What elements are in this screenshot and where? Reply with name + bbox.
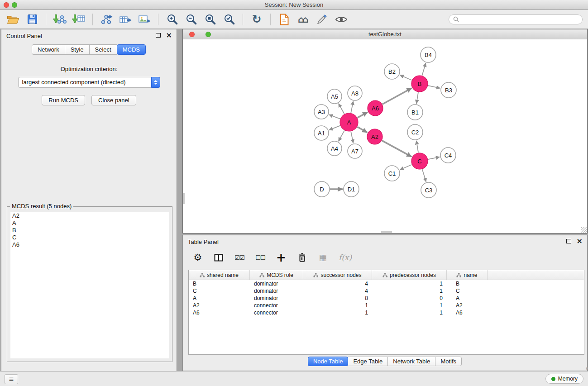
open-document-button[interactable] (276, 12, 292, 27)
node-B4[interactable]: B4 (421, 47, 436, 62)
edge-B-B2[interactable] (400, 75, 411, 81)
zoom-fit-button[interactable] (202, 12, 218, 27)
node-B3[interactable]: B3 (441, 82, 456, 98)
tab-style[interactable]: Style (65, 44, 90, 55)
column-header-MCDS-role[interactable]: MCDS role (250, 270, 303, 280)
tab-network-table[interactable]: Network Table (387, 357, 435, 366)
node-C3[interactable]: C3 (421, 182, 436, 198)
node-C2[interactable]: C2 (407, 124, 423, 140)
table-row[interactable]: Adominator80A (189, 295, 584, 302)
select-all-button[interactable]: ☑☑ (234, 254, 244, 261)
mcds-result-item[interactable]: A (10, 219, 169, 227)
node-B[interactable]: B (411, 76, 428, 92)
function-builder-button[interactable]: f(x) (339, 253, 352, 262)
node-A4[interactable]: A4 (327, 141, 342, 156)
edge-A6-B[interactable] (382, 88, 412, 105)
delete-table-button[interactable]: ▦ ⊖ (318, 253, 328, 262)
edge-A-A8[interactable] (351, 101, 353, 113)
edge-A-A4[interactable] (339, 130, 344, 141)
mcds-result-item[interactable]: C (10, 234, 169, 241)
annotation-button[interactable] (314, 12, 330, 27)
node-C1[interactable]: C1 (384, 166, 400, 181)
tab-select[interactable]: Select (89, 44, 117, 55)
node-B2[interactable]: B2 (384, 64, 400, 79)
search-input[interactable] (461, 16, 578, 23)
minimize-view-button[interactable] (197, 32, 203, 37)
import-network-button[interactable] (52, 12, 68, 27)
show-hide-button[interactable] (333, 12, 349, 27)
node-D1[interactable]: D1 (344, 181, 359, 197)
tab-node-table[interactable]: Node Table (308, 357, 349, 366)
mcds-result-list[interactable]: A2ABCA6 (10, 212, 169, 358)
mcds-result-item[interactable]: B (10, 227, 169, 234)
edge-A-A7[interactable] (351, 132, 353, 143)
node-C4[interactable]: C4 (440, 148, 456, 163)
float-panel-icon[interactable] (566, 239, 571, 243)
edge-A-A5[interactable] (339, 104, 344, 114)
node-A6[interactable]: A6 (368, 100, 383, 116)
edge-C-C1[interactable] (400, 165, 411, 170)
network-canvas[interactable]: B4B2BB3A5A8A6A3B1AC2A1A2A4A7C4CC1DD1C3 (183, 39, 587, 233)
edge-B-B4[interactable] (422, 63, 425, 76)
edge-A-A1[interactable] (329, 126, 340, 130)
network-window-titlebar[interactable]: testGlobe.txt (183, 29, 587, 40)
network-graph[interactable]: B4B2BB3A5A8A6A3B1AC2A1A2A4A7C4CC1DD1C3 (183, 39, 587, 233)
edge-A-A2[interactable] (357, 127, 367, 132)
close-panel-icon[interactable]: × (577, 239, 583, 243)
home-button[interactable]: ⌂⌂ (295, 12, 311, 27)
column-header-successor-nodes[interactable]: successor nodes (303, 270, 372, 280)
column-header-shared-name[interactable]: shared name (189, 270, 250, 280)
delete-column-button[interactable] (297, 253, 307, 262)
save-session-button[interactable] (24, 12, 40, 27)
add-column-button[interactable]: + (276, 252, 286, 263)
node-D[interactable]: D (314, 181, 330, 197)
zoom-in-button[interactable] (164, 12, 180, 27)
close-panel-icon[interactable]: × (166, 33, 172, 38)
tab-edge-table[interactable]: Edge Table (348, 357, 388, 366)
mcds-result-item[interactable]: A2 (10, 212, 169, 219)
node-A5[interactable]: A5 (327, 89, 342, 104)
edge-B-B3[interactable] (428, 86, 440, 88)
vertical-scrollbar-thumb[interactable] (183, 193, 185, 204)
float-panel-icon[interactable] (156, 33, 161, 38)
node-A3[interactable]: A3 (314, 105, 329, 119)
run-mcds-button[interactable]: Run MCDS (42, 95, 85, 105)
open-session-button[interactable] (5, 12, 21, 27)
import-table-button[interactable] (71, 12, 87, 27)
node-A2[interactable]: A2 (367, 129, 382, 144)
table-row[interactable]: A2connector11A2 (189, 302, 584, 309)
edge-C-C3[interactable] (422, 169, 426, 182)
column-header-predecessor-nodes[interactable]: predecessor nodes (372, 270, 447, 280)
column-header-name[interactable]: name (447, 270, 488, 280)
tab-network[interactable]: Network (32, 44, 65, 55)
close-window-button[interactable] (4, 2, 9, 8)
dropdown-stepper[interactable] (151, 77, 160, 88)
node-A8[interactable]: A8 (348, 86, 362, 100)
mcds-result-item[interactable]: A6 (10, 241, 169, 248)
edge-A2-C[interactable] (382, 141, 412, 157)
memory-button[interactable]: Memory (545, 374, 583, 384)
close-view-button[interactable] (189, 32, 195, 37)
criterion-dropdown[interactable]: largest connected component (directed) (18, 77, 160, 88)
node-A7[interactable]: A7 (348, 144, 362, 158)
close-panel-button[interactable]: Close panel (91, 95, 136, 105)
task-history-button[interactable]: ≡ (5, 374, 18, 384)
table-row[interactable]: A6connector11A6 (189, 309, 584, 316)
table-settings-button[interactable]: ⚙ (193, 253, 203, 262)
deselect-all-button[interactable]: ☐☐ (255, 254, 265, 261)
export-image-button[interactable] (136, 12, 153, 27)
node-C[interactable]: C (411, 153, 428, 169)
zoom-selected-button[interactable] (221, 12, 237, 27)
edge-A-A3[interactable] (329, 114, 340, 119)
node-B1[interactable]: B1 (407, 105, 423, 120)
edge-C-C4[interactable] (428, 157, 440, 159)
tab-mcds[interactable]: MCDS (117, 44, 146, 55)
export-network-button[interactable] (98, 12, 115, 27)
node-A[interactable]: A (340, 113, 358, 131)
resize-handle[interactable] (581, 227, 587, 233)
zoom-out-button[interactable] (183, 12, 199, 27)
refresh-button[interactable]: ↻ (249, 12, 265, 27)
column-selector-button[interactable] (214, 254, 224, 262)
tab-motifs[interactable]: Motifs (435, 357, 462, 366)
node-A1[interactable]: A1 (314, 126, 329, 140)
